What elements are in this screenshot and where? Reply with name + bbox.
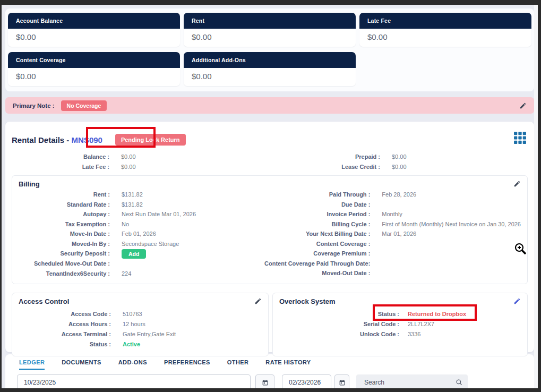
rental-details-title-text: Rental Details - xyxy=(12,135,69,144)
kv-label: Lease Credit : xyxy=(270,162,380,172)
kv-label: Content Coverage : xyxy=(261,239,370,249)
date-from-input[interactable] xyxy=(17,374,251,388)
summary-card-value: $0.00 xyxy=(8,68,180,86)
kv-label: Tax Exemption : xyxy=(19,219,110,229)
search-input[interactable] xyxy=(356,374,468,388)
kv-value: 2LL7L2X7 xyxy=(408,319,434,329)
summary-card-header: Rent xyxy=(184,13,356,29)
kv-label: Access Terminal : xyxy=(19,329,111,339)
kv-label: Invoice Period : xyxy=(261,209,370,219)
primary-note-label: Primary Note : xyxy=(13,103,55,109)
kv-label: Prepaid : xyxy=(270,152,380,162)
kv-label: Paid Through : xyxy=(261,190,370,200)
summary-card-value: $0.00 xyxy=(184,68,356,86)
unit-number-link[interactable]: MNS090 xyxy=(72,135,102,144)
tab-preferences[interactable]: PREFERENCES xyxy=(164,359,210,370)
access-control-title: Access Control xyxy=(19,297,69,305)
kv-value: $131.82 xyxy=(122,200,143,210)
scrollbar-track[interactable] xyxy=(534,5,538,388)
kv-label: Access Hours : xyxy=(19,319,111,329)
kv-value: 510763 xyxy=(123,309,142,319)
kv-value: Feb 01, 2026 xyxy=(122,229,156,239)
kv-label: Late Fee : xyxy=(12,162,109,172)
kv-value: $0.00 xyxy=(392,162,407,172)
calendar-icon xyxy=(262,379,269,386)
summary-card-additional-addons: Additional Add-Ons $0.00 xyxy=(184,52,356,86)
kv-label: Access Code : xyxy=(19,309,111,319)
tab-ledger[interactable]: LEDGER xyxy=(19,359,45,370)
kv-label: TenantIndex6Security : xyxy=(19,269,110,279)
rental-details-header: Rental Details - MNS090 Pending Lock Ret… xyxy=(12,132,528,147)
summary-card-late-fee: Late Fee $0.00 xyxy=(359,13,531,47)
kv-label: Due Date : xyxy=(261,200,370,210)
rental-details-title: Rental Details - MNS090 xyxy=(12,135,102,144)
kv-value: Secondspace Storage xyxy=(122,239,179,249)
kv-value: No xyxy=(122,219,129,229)
tab-add-ons[interactable]: ADD-ONS xyxy=(118,359,147,370)
kv-label: Standard Rate : xyxy=(19,200,110,210)
summary-card-header: Account Balance xyxy=(8,13,180,29)
kv-label: Status : xyxy=(279,309,399,319)
summary-card-header: Additional Add-Ons xyxy=(184,52,356,68)
summary-card-rent: Rent $0.00 xyxy=(184,13,356,47)
ledger-tabs-panel: LEDGER DOCUMENTS ADD-ONS PREFERENCES OTH… xyxy=(5,354,534,388)
overlock-system-title: Overlock System xyxy=(279,297,336,305)
summary-card-account-balance: Account Balance $0.00 xyxy=(8,13,180,47)
rental-details-panel: Rental Details - MNS090 Pending Lock Ret… xyxy=(5,122,534,352)
app-screen: Account Balance $0.00 Rent $0.00 Late Fe… xyxy=(2,5,538,388)
kv-value: Mar 01, 2026 xyxy=(382,229,416,239)
summary-card-value: $0.00 xyxy=(8,29,180,47)
calendar-icon xyxy=(339,379,346,386)
filter-row xyxy=(17,374,534,388)
billing-title: Billing xyxy=(19,180,40,188)
kv-label: Status : xyxy=(19,339,111,350)
overlock-status-value: Returned to Dropbox xyxy=(408,309,466,319)
kv-label: Move-In Date : xyxy=(19,229,110,239)
access-status-active-value: Active xyxy=(123,339,140,350)
kv-value: $0.00 xyxy=(121,162,136,172)
date-to-input[interactable] xyxy=(282,374,331,388)
kv-value: $131.82 xyxy=(122,190,143,200)
calendar-from-button[interactable] xyxy=(255,374,274,388)
kv-label: Serial Code : xyxy=(279,319,399,329)
edit-overlock-pencil-icon[interactable] xyxy=(513,297,521,305)
kv-value: Gate Entry,Gate Exit xyxy=(123,329,176,339)
kv-label: Billing Cycle : xyxy=(261,219,370,229)
tab-rate-history[interactable]: RATE HISTORY xyxy=(265,359,311,370)
billing-section: Billing Rent :$131.82 Standard Rate :$13… xyxy=(12,175,528,284)
rental-balance-summary: Balance :$0.00 Late Fee :$0.00 Prepaid :… xyxy=(12,152,528,172)
edit-billing-pencil-icon[interactable] xyxy=(513,180,521,188)
kv-value: Feb 28, 2026 xyxy=(382,190,416,200)
kv-value: First of Month (Monthly) Next Invoice on… xyxy=(382,219,521,229)
edit-note-pencil-icon[interactable] xyxy=(519,102,527,109)
kv-value: 224 xyxy=(122,269,131,279)
primary-note-bar: Primary Note : No Coverage xyxy=(5,97,534,114)
kv-label: Autopay : xyxy=(19,209,110,219)
kv-value: $0.00 xyxy=(392,152,407,162)
kv-label: Balance : xyxy=(12,152,109,162)
add-security-deposit-button[interactable]: Add xyxy=(122,249,146,259)
tab-bar: LEDGER DOCUMENTS ADD-ONS PREFERENCES OTH… xyxy=(19,359,534,370)
kv-label: Rent : xyxy=(19,190,110,200)
kv-label: Moved-Out Date : xyxy=(261,268,370,278)
kv-label: Coverage Premium : xyxy=(261,249,370,259)
kv-label: Scheduled Move-Out Date : xyxy=(19,259,110,269)
kv-value: Next Run Date Mar 01, 2026 xyxy=(122,209,196,219)
kv-label: Your Next Billing Date : xyxy=(261,229,370,239)
pending-lock-return-badge: Pending Lock Return xyxy=(115,134,186,146)
search-icon xyxy=(456,379,463,386)
edit-access-pencil-icon[interactable] xyxy=(254,297,262,305)
kv-label: Moved-In By : xyxy=(19,239,110,249)
kv-label: Content Coverage Paid Through Date: xyxy=(261,259,370,269)
calendar-to-button[interactable] xyxy=(334,374,349,388)
tab-documents[interactable]: DOCUMENTS xyxy=(62,359,101,370)
access-control-section: Access Control Access Code :510763 Acces… xyxy=(12,293,269,356)
summary-card-header: Late Fee xyxy=(359,13,531,29)
grid-menu-icon[interactable] xyxy=(513,131,527,144)
kv-label: Unlock Code : xyxy=(279,329,399,339)
kv-value: $0.00 xyxy=(121,152,136,162)
overlock-system-section: Overlock System Status :Returned to Drop… xyxy=(272,293,528,356)
tab-other[interactable]: OTHER xyxy=(227,359,249,370)
summary-card-value: $0.00 xyxy=(184,29,356,47)
kv-value: Monthly xyxy=(382,209,402,219)
